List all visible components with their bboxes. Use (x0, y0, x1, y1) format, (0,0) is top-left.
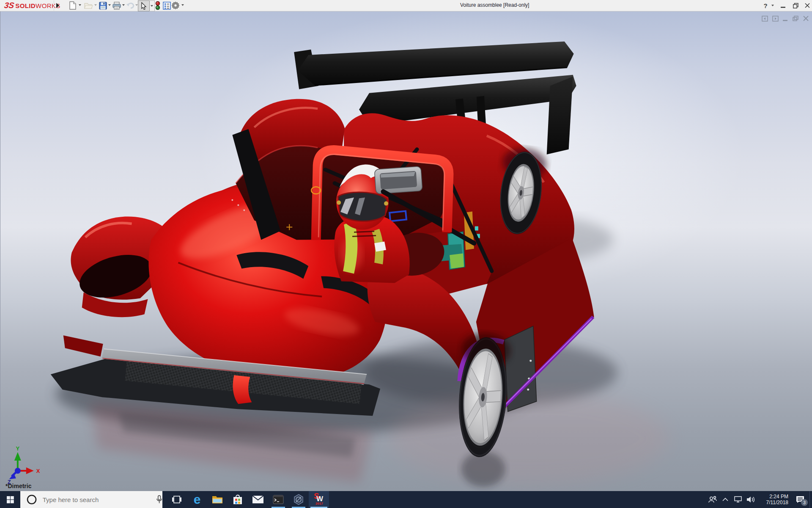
file-properties-icon (163, 2, 171, 10)
print-dropdown-caret[interactable] (122, 4, 125, 6)
edrawings-button[interactable] (288, 491, 309, 508)
document-window-controls (762, 16, 809, 22)
window-title: Voiture assomblee [Read-only] (460, 2, 529, 8)
clock-time: 2:24 PM (759, 494, 788, 500)
clock-date: 7/11/2018 (759, 500, 788, 505)
network-icon (733, 496, 743, 503)
solidworks-2017-icon: S W 2017 (313, 493, 325, 506)
show-desktop-button[interactable] (809, 491, 812, 508)
select-tool-button[interactable] (138, 0, 150, 11)
print-icon (112, 2, 121, 10)
start-button[interactable] (0, 491, 20, 508)
menu-expand-icon[interactable] (56, 3, 59, 8)
network-button[interactable] (732, 491, 744, 508)
chevron-up-icon (722, 497, 729, 502)
pane-left-icon[interactable] (762, 16, 768, 22)
view-orientation-label: *Dimetric (5, 483, 31, 489)
doc-restore-icon[interactable] (793, 16, 799, 22)
system-tray: 2:24 PM 7/11/2018 3 (706, 491, 812, 508)
volume-button[interactable] (744, 491, 757, 508)
solidworks-logo: 3S SOLID WORKS (4, 1, 60, 10)
doc-close-icon[interactable] (803, 16, 809, 22)
traffic-light-icon (155, 1, 160, 10)
taskbar-clock[interactable]: 2:24 PM 7/11/2018 (759, 494, 788, 505)
3d-model-race-car[interactable]: Y X Z (0, 11, 812, 491)
open-dropdown-caret[interactable] (94, 4, 97, 6)
task-view-icon (172, 494, 182, 505)
select-cursor-icon (141, 2, 147, 10)
hidden-icons-button[interactable] (719, 491, 732, 508)
microphone-icon[interactable] (156, 495, 162, 504)
save-floppy-icon (99, 2, 107, 10)
close-icon (805, 3, 810, 8)
speaker-icon (746, 496, 755, 503)
restore-button[interactable] (790, 0, 801, 11)
action-center-button[interactable]: 3 (791, 491, 809, 508)
options-button[interactable] (171, 1, 180, 10)
open-folder-icon (84, 2, 93, 9)
mail-button[interactable] (248, 491, 268, 508)
mail-icon (252, 495, 264, 504)
file-explorer-button[interactable] (207, 491, 228, 508)
doc-minimize-icon[interactable] (783, 16, 788, 22)
command-prompt-button[interactable] (268, 491, 288, 508)
command-prompt-icon (273, 495, 284, 504)
undo-arrow-icon (126, 2, 135, 9)
edge-icon: e (194, 494, 201, 505)
new-document-button[interactable] (68, 1, 77, 10)
file-explorer-icon (212, 495, 223, 504)
minimize-button[interactable] (778, 0, 788, 11)
notification-badge: 3 (801, 499, 808, 506)
edrawings-hexagon-icon (293, 494, 304, 505)
file-properties-button[interactable] (162, 1, 171, 10)
store-button[interactable] (228, 491, 248, 508)
graphics-viewport[interactable]: Y X Z *Dimetric (0, 11, 812, 491)
separator (54, 0, 54, 11)
save-dropdown-caret[interactable] (108, 4, 111, 6)
help-button[interactable]: ? (761, 0, 770, 11)
options-dropdown-caret[interactable] (181, 4, 184, 6)
triad-x-label: X (36, 468, 40, 474)
task-view-button[interactable] (167, 491, 187, 508)
close-button[interactable] (803, 0, 812, 11)
save-button[interactable] (98, 1, 107, 10)
new-dropdown-caret[interactable] (79, 4, 81, 6)
minimize-icon (781, 3, 786, 8)
solidworks-button[interactable]: S W 2017 (309, 491, 329, 508)
titlebar: 3S SOLID WORKS (0, 0, 812, 11)
edge-button[interactable]: e (187, 491, 207, 508)
undo-button[interactable] (126, 1, 135, 10)
new-document-icon (69, 1, 77, 10)
help-dropdown-caret[interactable] (771, 5, 774, 6)
rear-view-mirror[interactable] (374, 166, 422, 194)
store-icon (233, 494, 243, 505)
pane-right-icon[interactable] (772, 16, 779, 22)
dassault-3ds-icon: 3S (3, 1, 14, 10)
people-icon (708, 496, 717, 503)
triad-y-label: Y (16, 445, 19, 452)
restore-icon (793, 3, 798, 8)
cortana-icon (26, 494, 37, 505)
people-button[interactable] (706, 491, 719, 508)
rebuild-button[interactable] (153, 1, 162, 10)
windows-logo-icon (7, 496, 14, 503)
orientation-triad: Y X Z (8, 445, 40, 485)
windows-taskbar: e S (0, 491, 812, 508)
print-button[interactable] (112, 1, 121, 10)
gear-icon (171, 1, 180, 10)
open-button[interactable] (84, 1, 93, 10)
search-input[interactable] (42, 496, 140, 504)
taskbar-search[interactable] (20, 491, 162, 508)
